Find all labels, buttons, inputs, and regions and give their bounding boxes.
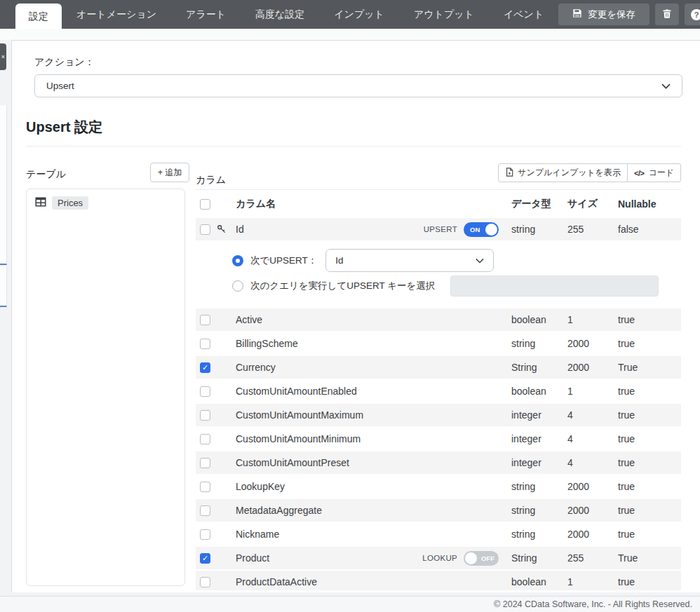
tab-output[interactable]: アウトプット: [399, 0, 489, 29]
size-cell: 1: [567, 386, 618, 397]
action-select[interactable]: Upsert: [34, 74, 682, 97]
nullable-cell: True: [618, 362, 681, 373]
size-cell: 4: [567, 433, 618, 444]
row-checkbox[interactable]: [200, 553, 210, 564]
column-name-cell: Currency: [236, 362, 511, 373]
save-button-label: 変更を保存: [588, 8, 635, 21]
tab-event[interactable]: イベント: [489, 0, 558, 29]
row-checkbox[interactable]: [200, 529, 210, 540]
row-check-cell: [196, 410, 236, 421]
upsert-by-column-radio[interactable]: [232, 255, 243, 266]
row-checkbox[interactable]: [200, 315, 210, 325]
delete-button[interactable]: [655, 4, 679, 25]
table-row: IdUPSERTONstring255false: [196, 218, 681, 240]
row-checkbox[interactable]: [200, 339, 210, 349]
row-checkbox[interactable]: [200, 458, 210, 468]
data-type-cell: string: [511, 224, 567, 235]
column-name: CustomUnitAmountMaximum: [236, 409, 363, 421]
row-checkbox[interactable]: [200, 482, 210, 492]
nav-actions: 変更を保存 ?: [558, 4, 700, 25]
save-icon: [572, 8, 582, 20]
row-check-cell: [196, 434, 236, 444]
column-name-cell: LookupKey: [236, 481, 511, 492]
upsert-query-input[interactable]: [450, 276, 659, 297]
upsert-by-column-label: 次でUPSERT：: [250, 254, 317, 267]
row-check-cell: [196, 553, 236, 564]
save-changes-button[interactable]: 変更を保存: [558, 4, 649, 25]
document-icon: [505, 168, 513, 179]
column-name: Active: [236, 314, 262, 325]
show-sample-input-label: サンプルインプットを表示: [518, 167, 621, 179]
columns-table-header: カラム名 データ型 サイズ Nullable: [196, 190, 681, 218]
column-name-cell: CustomUnitAmountMaximum: [236, 409, 511, 421]
table-row: ProductDataActiveboolean1true: [196, 571, 681, 590]
tab-automation[interactable]: オートメーション: [62, 0, 171, 29]
column-name: BillingScheme: [236, 338, 298, 349]
row-checkbox[interactable]: [200, 224, 210, 235]
toggle-state-label: ON: [470, 226, 480, 233]
data-type-cell: integer: [511, 457, 567, 468]
data-type-cell: string: [511, 481, 567, 492]
toggle-label: LOOKUP: [422, 554, 457, 562]
tab-input[interactable]: インプット: [319, 0, 399, 29]
upsert-toggle[interactable]: ON: [464, 222, 499, 237]
settings-card: アクション： Upsert Upsert 設定 テーブル + 追加 Prices…: [11, 40, 700, 592]
nullable-cell: true: [618, 314, 681, 325]
row-checkbox[interactable]: [200, 410, 210, 421]
lookup-toggle[interactable]: OFF: [464, 551, 499, 566]
row-checkbox[interactable]: [200, 577, 210, 587]
code-button[interactable]: </> コード: [628, 163, 681, 182]
data-type-cell: String: [511, 362, 567, 373]
column-name-cell: Active: [236, 314, 511, 325]
nullable-cell: true: [618, 409, 681, 421]
help-icon: ?: [691, 9, 700, 20]
show-sample-input-button[interactable]: サンプルインプットを表示: [498, 163, 628, 182]
table-row: Activeboolean1true: [196, 308, 681, 331]
upsert-by-query-radio[interactable]: [232, 280, 243, 292]
table-list-item[interactable]: Prices: [35, 196, 176, 210]
row-check-cell: [196, 315, 236, 325]
chevron-down-icon: [476, 258, 484, 264]
column-name: CustomUnitAmountEnabled: [236, 386, 357, 397]
table-row: Nicknamestring2000true: [196, 523, 681, 545]
upsert-by-column-option: 次でUPSERT：Id: [232, 249, 681, 272]
header-data-type: データ型: [511, 198, 567, 210]
background-panel-edge: [0, 105, 7, 265]
key-icon: [217, 224, 227, 234]
column-name-cell: CustomUnitAmountPreset: [236, 457, 511, 468]
column-name-cell: CustomUnitAmountEnabled: [236, 386, 511, 397]
help-button[interactable]: ?: [685, 4, 700, 25]
column-name-cell: MetadataAggregate: [236, 505, 511, 516]
columns-table: カラム名 データ型 サイズ Nullable IdUPSERTONstring2…: [196, 189, 681, 590]
tab-settings[interactable]: 設定: [15, 4, 62, 29]
toggle-label: UPSERT: [424, 225, 457, 233]
code-button-label: コード: [648, 167, 674, 179]
data-type-cell: boolean: [511, 386, 567, 397]
row-checkbox[interactable]: [200, 386, 210, 397]
row-checkbox[interactable]: [200, 434, 210, 444]
column-name-cell: BillingScheme: [236, 338, 511, 349]
column-name: Id: [236, 224, 244, 235]
column-name-cell: IdUPSERTON: [236, 222, 511, 237]
size-cell: 4: [567, 409, 618, 421]
tab-alert[interactable]: アラート: [171, 0, 241, 29]
columns-toolbar: サンプルインプットを表示 </> コード: [196, 163, 681, 182]
collapse-sidebar-tab[interactable]: ×: [0, 43, 6, 70]
tab-advanced[interactable]: 高度な設定: [241, 0, 319, 29]
upsert-key-select[interactable]: Id: [325, 249, 494, 272]
add-table-button[interactable]: + 追加: [150, 163, 189, 182]
table-icon: [35, 197, 46, 210]
header-column-name: カラム名: [236, 198, 511, 210]
column-name-cell: CustomUnitAmountMinimum: [236, 433, 511, 444]
data-type-cell: boolean: [511, 576, 567, 587]
data-type-cell: string: [511, 505, 567, 516]
row-checkbox[interactable]: [200, 362, 210, 373]
data-type-cell: integer: [511, 433, 567, 444]
nullable-cell: true: [618, 338, 681, 349]
nullable-cell: true: [618, 457, 681, 468]
row-checkbox[interactable]: [200, 505, 210, 516]
toggle-group: UPSERTON: [424, 222, 499, 237]
action-select-value: Upsert: [46, 81, 74, 91]
table-row: MetadataAggregatestring2000true: [196, 499, 681, 522]
select-all-checkbox[interactable]: [200, 199, 210, 210]
